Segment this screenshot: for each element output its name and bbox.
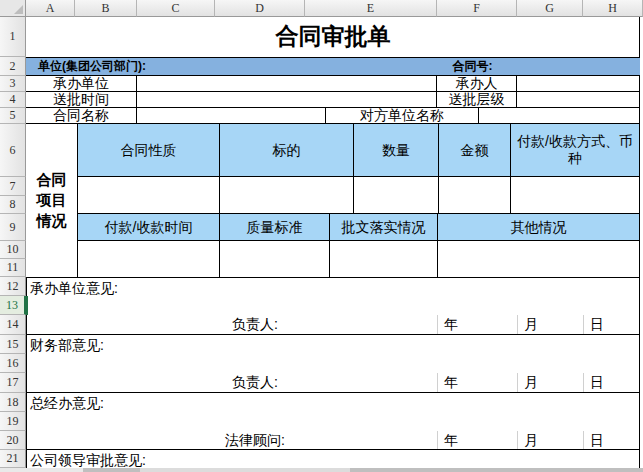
column-header-a[interactable]: A — [26, 0, 75, 17]
responsible-person-label-1: 负责人: — [200, 315, 310, 334]
approval-implementation-header: 批文落实情况 — [330, 214, 438, 241]
row-header-6[interactable]: 6 — [0, 124, 26, 177]
undertaking-unit-input[interactable] — [137, 76, 437, 92]
row-header-20[interactable]: 20 — [0, 431, 26, 450]
submission-level-input[interactable] — [517, 92, 640, 108]
contract-name-label: 合同名称 — [26, 108, 137, 124]
contract-no-label-cell: 合同号: — [305, 57, 640, 76]
spreadsheet-app: ABCDEFGH 1234567891011121314151617181920… — [0, 0, 643, 472]
row-header-15[interactable]: 15 — [0, 335, 26, 354]
submission-level-label: 送批层级 — [437, 92, 517, 108]
column-header-g[interactable]: G — [517, 0, 583, 17]
finance-dept-opinion-label: 财务部意见: — [30, 337, 104, 355]
month-cell-1[interactable]: 月 — [517, 315, 583, 334]
submission-time-label: 送批时间 — [26, 92, 137, 108]
year-cell-3[interactable]: 年 — [437, 431, 517, 449]
year-cell-1[interactable]: 年 — [437, 315, 517, 334]
row-header-16[interactable]: 16 — [0, 354, 26, 373]
amount-value[interactable] — [439, 177, 511, 214]
side-label-line3: 情况 — [37, 211, 67, 231]
undertaking-unit-label: 承办单位 — [26, 76, 137, 92]
payment-time-value[interactable] — [78, 241, 220, 278]
other-situation-value[interactable] — [438, 241, 640, 278]
sheet-tab-bar[interactable] — [0, 468, 643, 472]
month-cell-3[interactable]: 月 — [517, 431, 583, 449]
payment-method-header: 付款/收款方式、币种 — [511, 124, 640, 177]
form-title: 合同审批单 — [26, 17, 640, 57]
row-header-2[interactable]: 2 — [0, 57, 26, 76]
column-header-h[interactable]: H — [583, 0, 643, 17]
row-header-7[interactable]: 7 — [0, 177, 26, 196]
row-header-8[interactable]: 8 — [0, 196, 26, 214]
column-header-c[interactable]: C — [137, 0, 215, 17]
column-header-f[interactable]: F — [437, 0, 517, 17]
row-header-14[interactable]: 14 — [0, 315, 26, 335]
contract-name-input[interactable] — [137, 108, 326, 124]
general-office-opinion-label: 总经办意见: — [30, 395, 104, 413]
day-cell-2[interactable]: 日 — [583, 373, 640, 392]
side-label-line1: 合同 — [37, 170, 67, 190]
other-situation-header: 其他情况 — [438, 214, 640, 241]
contract-nature-value[interactable] — [78, 177, 220, 214]
block-divider-line — [26, 392, 640, 393]
undertaker-label: 承办人 — [437, 76, 517, 92]
day-cell-3[interactable]: 日 — [583, 431, 640, 449]
quantity-value[interactable] — [354, 177, 439, 214]
subject-header: 标的 — [220, 124, 354, 177]
year-cell-2[interactable]: 年 — [437, 373, 517, 392]
select-all-corner[interactable] — [0, 0, 26, 17]
payment-time-header: 付款/收款时间 — [78, 214, 220, 241]
column-header-d[interactable]: D — [215, 0, 305, 17]
row-header-1[interactable]: 1 — [0, 17, 26, 57]
payment-method-value[interactable] — [511, 177, 640, 214]
row-header-5[interactable]: 5 — [0, 108, 26, 124]
row-header-21[interactable]: 21 — [0, 450, 26, 468]
project-info-side-label: 合同 项目 情况 — [26, 124, 78, 278]
row-header-17[interactable]: 17 — [0, 373, 26, 393]
column-header-b[interactable]: B — [75, 0, 137, 17]
block-divider-line — [26, 334, 640, 335]
responsible-person-label-2: 负责人: — [200, 373, 310, 392]
quality-standard-header: 质量标准 — [220, 214, 330, 241]
month-cell-2[interactable]: 月 — [517, 373, 583, 392]
row-header-9[interactable]: 9 — [0, 214, 26, 241]
quality-standard-value[interactable] — [220, 241, 330, 278]
column-header-e[interactable]: E — [305, 0, 437, 17]
day-cell-1[interactable]: 日 — [583, 315, 640, 334]
row-header-12[interactable]: 12 — [0, 277, 26, 296]
sheet-tab-partial[interactable] — [140, 468, 350, 472]
row-header-13[interactable]: 13 — [0, 296, 26, 315]
approval-implementation-value[interactable] — [330, 241, 438, 278]
row-header-10[interactable]: 10 — [0, 241, 26, 259]
amount-header: 金额 — [439, 124, 511, 177]
undertaker-input[interactable] — [517, 76, 640, 92]
row-header-18[interactable]: 18 — [0, 393, 26, 412]
contract-nature-header: 合同性质 — [78, 124, 220, 177]
row-header-19[interactable]: 19 — [0, 412, 26, 431]
row-header-4[interactable]: 4 — [0, 92, 26, 108]
quantity-header: 数量 — [354, 124, 439, 177]
row-header-3[interactable]: 3 — [0, 76, 26, 92]
row-header-11[interactable]: 11 — [0, 259, 26, 277]
undertaking-unit-opinion-label: 承办单位意见: — [30, 280, 118, 298]
block-divider-line — [26, 449, 640, 450]
side-label-line2: 项目 — [37, 190, 67, 210]
sheet-tab-partial[interactable] — [0, 468, 83, 472]
subject-value[interactable] — [220, 177, 354, 214]
submission-time-input[interactable] — [137, 92, 437, 108]
unit-label-cell: 单位(集团公司部门): — [26, 57, 305, 76]
active-cell-indicator — [26, 296, 28, 315]
counterparty-input[interactable] — [479, 108, 640, 124]
counterparty-label: 对方单位名称 — [326, 108, 479, 124]
legal-advisor-label: 法律顾问: — [200, 431, 310, 449]
